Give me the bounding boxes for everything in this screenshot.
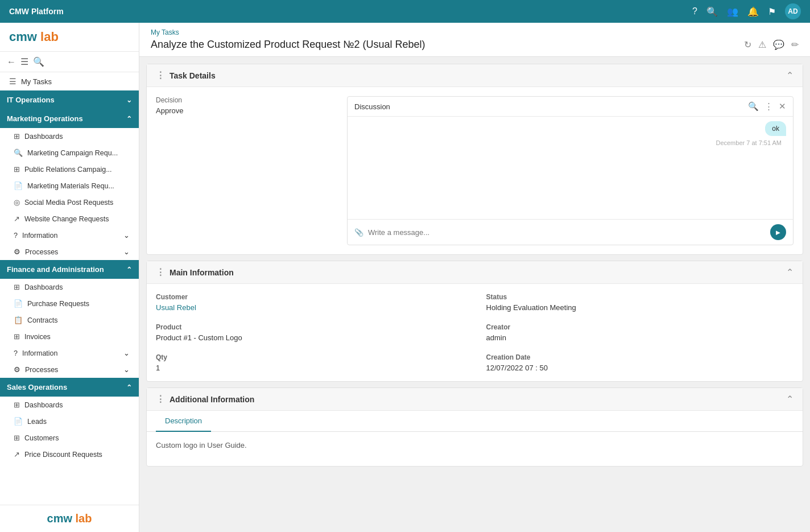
- fa-info-icon: ?: [14, 349, 18, 357]
- breadcrumb[interactable]: My Tasks: [151, 28, 799, 36]
- so-dashboards-icon: ⊞: [14, 401, 20, 409]
- main-information-body: Customer Usual Rebel Status Holding Eval…: [147, 284, 803, 381]
- warning-icon[interactable]: ⚠: [758, 39, 766, 50]
- menu-icon[interactable]: ☰: [20, 56, 28, 67]
- customer-value[interactable]: Usual Rebel: [156, 303, 464, 312]
- discussion-header-icons: 🔍 ⋮ ✕: [748, 101, 786, 112]
- top-bar-icons: ? 🔍 👥 🔔 ⚑ AD: [692, 3, 801, 19]
- qty-field: Qty 1: [156, 353, 464, 372]
- sidebar-item-fa-contracts[interactable]: 📋 Contracts: [0, 312, 139, 328]
- sidebar-item-mo-website-change[interactable]: ↗ Website Change Requests: [0, 211, 139, 227]
- social-icon: ◎: [14, 198, 20, 207]
- logo-cmw: cmw: [9, 30, 37, 44]
- status-field: Status Holding Evaluation Meeting: [486, 293, 794, 312]
- tab-bar: Description: [147, 411, 803, 432]
- creator-label: Creator: [486, 323, 794, 331]
- additional-information-header: ⋮ Additional Information ⌃: [147, 388, 803, 411]
- send-button[interactable]: ►: [770, 224, 786, 240]
- discussion-header: Discussion 🔍 ⋮ ✕: [348, 97, 793, 117]
- comment-icon[interactable]: 💬: [773, 39, 784, 50]
- finance-admin-chevron: ⌃: [126, 266, 132, 274]
- discussion-search-icon[interactable]: 🔍: [748, 101, 759, 112]
- message-input[interactable]: [368, 228, 766, 237]
- main-information-collapse[interactable]: ⌃: [786, 267, 794, 278]
- help-icon[interactable]: ?: [692, 6, 697, 17]
- task-decision-field: Decision Approve: [156, 96, 338, 245]
- discussion-close-icon[interactable]: ✕: [779, 101, 786, 112]
- task-details-collapse[interactable]: ⌃: [786, 70, 794, 81]
- bottom-logo-lab: lab: [76, 512, 92, 525]
- sidebar-item-fa-invoices[interactable]: ⊞ Invoices: [0, 328, 139, 345]
- website-icon: ↗: [14, 215, 20, 223]
- discussion-input: 📎 ►: [348, 219, 793, 245]
- sidebar-item-fa-processes[interactable]: ⚙ Processes ⌄: [0, 361, 139, 378]
- avatar[interactable]: AD: [785, 3, 801, 19]
- additional-information-title: ⋮ Additional Information: [156, 394, 254, 405]
- sidebar-item-mo-information[interactable]: ? Information ⌄: [0, 227, 139, 244]
- sidebar-item-mo-social-media[interactable]: ◎ Social Media Post Requests: [0, 194, 139, 211]
- flag-icon[interactable]: ⚑: [768, 6, 776, 17]
- sidebar-item-so-dashboards[interactable]: ⊞ Dashboards: [0, 397, 139, 413]
- discussion-box: Discussion 🔍 ⋮ ✕ ok: [347, 96, 794, 245]
- tab-description[interactable]: Description: [156, 411, 211, 432]
- sidebar-item-fa-dashboards[interactable]: ⊞ Dashboards: [0, 279, 139, 295]
- dashboards-icon: ⊞: [14, 132, 20, 141]
- bell-icon[interactable]: 🔔: [747, 6, 759, 17]
- creation-date-value: 12/07/2022 07 : 50: [486, 364, 794, 372]
- sidebar-logo: cmw lab: [0, 23, 139, 52]
- additional-information-collapse[interactable]: ⌃: [786, 394, 794, 405]
- discount-icon: ↗: [14, 450, 20, 459]
- edit-icon[interactable]: ✏: [791, 39, 799, 50]
- sidebar-search-icon[interactable]: 🔍: [33, 56, 44, 67]
- info-chevron: ⌄: [123, 231, 130, 240]
- sidebar-item-so-price-discount[interactable]: ↗ Price Discount Requests: [0, 446, 139, 463]
- sidebar-item-mo-marketing-campaign[interactable]: 🔍 Marketing Campaign Requ...: [0, 145, 139, 161]
- sidebar-item-mo-public-relations[interactable]: ⊞ Public Relations Campaig...: [0, 161, 139, 178]
- customers-icon: ⊞: [14, 434, 20, 442]
- sidebar-item-mo-dashboards[interactable]: ⊞ Dashboards: [0, 128, 139, 145]
- sidebar-item-so-leads[interactable]: 📄 Leads: [0, 413, 139, 430]
- finance-admin-label: Finance and Administration: [7, 265, 104, 274]
- product-field: Product Product #1 - Custom Logo: [156, 323, 464, 342]
- sidebar-section-it-operations[interactable]: IT Operations ⌄: [0, 90, 139, 109]
- sidebar-item-mo-marketing-materials[interactable]: 📄 Marketing Materials Requ...: [0, 178, 139, 194]
- qty-label: Qty: [156, 353, 464, 361]
- sidebar-section-sales-operations[interactable]: Sales Operations ⌃: [0, 378, 139, 397]
- back-icon[interactable]: ←: [7, 57, 16, 67]
- decision-label: Decision: [156, 96, 338, 104]
- purchase-icon: 📄: [14, 299, 23, 308]
- top-bar: CMW Platform ? 🔍 👥 🔔 ⚑ AD: [0, 0, 810, 23]
- fa-processes-chevron: ⌄: [123, 365, 130, 374]
- task-details-body: Decision Approve Discussion 🔍 ⋮ ✕: [147, 87, 803, 254]
- users-icon[interactable]: 👥: [727, 6, 738, 17]
- task-discussion: Discussion 🔍 ⋮ ✕ ok: [347, 96, 794, 245]
- attachment-icon[interactable]: 📎: [354, 228, 363, 237]
- task-details-header: ⋮ Task Details ⌃: [147, 64, 803, 87]
- invoices-icon: ⊞: [14, 332, 20, 341]
- status-label: Status: [486, 293, 794, 301]
- creator-field: Creator admin: [486, 323, 794, 342]
- sidebar-item-fa-information[interactable]: ? Information ⌄: [0, 345, 139, 361]
- qty-value: 1: [156, 364, 464, 372]
- bottom-logo-cmw: cmw: [47, 512, 72, 525]
- pr-icon: ⊞: [14, 165, 20, 174]
- search-icon[interactable]: 🔍: [706, 6, 718, 17]
- logo-lab: lab: [40, 30, 59, 44]
- sidebar-item-fa-purchase-requests[interactable]: 📄 Purchase Requests: [0, 295, 139, 312]
- discussion-title: Discussion: [354, 102, 390, 111]
- sidebar-item-so-customers[interactable]: ⊞ Customers: [0, 430, 139, 446]
- content-scroll: ⋮ Task Details ⌃ Decision Approve Discus…: [139, 57, 810, 532]
- status-value: Holding Evaluation Meeting: [486, 303, 794, 312]
- sidebar-item-mo-processes[interactable]: ⚙ Processes ⌄: [0, 244, 139, 260]
- drag-handle-icon: ⋮: [156, 70, 165, 81]
- page-title: Analyze the Customized Product Request №…: [151, 39, 425, 51]
- sidebar-nav: ☰ My Tasks IT Operations ⌄ Marketing Ope…: [0, 72, 139, 505]
- discussion-more-icon[interactable]: ⋮: [764, 101, 773, 112]
- sidebar-item-my-tasks[interactable]: ☰ My Tasks: [0, 72, 139, 90]
- refresh-icon[interactable]: ↻: [744, 39, 751, 50]
- creation-date-field: Creation Date 12/07/2022 07 : 50: [486, 353, 794, 372]
- sidebar-section-finance-admin[interactable]: Finance and Administration ⌃: [0, 260, 139, 279]
- sidebar-section-marketing-operations[interactable]: Marketing Operations ⌃: [0, 109, 139, 128]
- message-time: December 7 at 7:51 AM: [354, 138, 786, 147]
- additional-drag-handle-icon: ⋮: [156, 394, 165, 405]
